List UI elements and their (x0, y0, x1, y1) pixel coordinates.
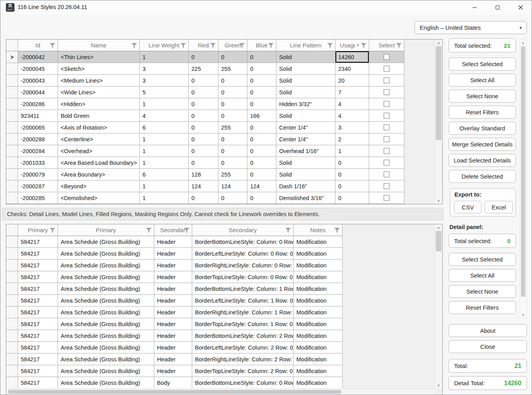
column-header-secondary-type[interactable]: Secondary (154, 224, 192, 236)
cell-select[interactable] (369, 122, 404, 133)
cell-primary[interactable]: Area Schedule (Gross Building) (58, 318, 154, 330)
row-header-cell[interactable] (6, 87, 18, 98)
table-row[interactable]: 584217 Area Schedule (Gross Building) He… (6, 248, 343, 260)
cell-name[interactable]: <Thin Lines> (58, 51, 140, 63)
cell-primary-id[interactable]: 584217 (18, 236, 58, 248)
scroll-up-icon[interactable]: ∧ (520, 40, 526, 46)
detail-select-selected-button[interactable]: Select Selected (449, 253, 516, 266)
select-checkbox[interactable] (384, 171, 390, 177)
cell-notes[interactable]: Modification (294, 377, 343, 389)
filter-icon[interactable] (334, 228, 340, 233)
scrollbar-thumb[interactable] (521, 46, 525, 297)
cell-primary-id[interactable]: 584217 (18, 283, 58, 295)
cell-name[interactable]: Bold Green (58, 110, 140, 122)
column-header-primary[interactable]: Primary (58, 224, 154, 236)
filter-icon[interactable] (132, 43, 137, 48)
cell-line-weight[interactable]: 1 (140, 98, 189, 110)
cell-select[interactable] (369, 157, 404, 169)
row-header-cell[interactable] (6, 307, 18, 318)
cell-select[interactable] (369, 169, 404, 180)
cell-select[interactable] (369, 75, 404, 87)
cell-usage[interactable]: 2340 (335, 63, 369, 75)
cell-primary[interactable]: Area Schedule (Gross Building) (58, 295, 154, 307)
row-header-cell[interactable] (6, 133, 18, 145)
cell-secondary-type[interactable]: Header (154, 271, 192, 283)
cell-primary[interactable]: Area Schedule (Gross Building) (58, 271, 154, 283)
cell-line-weight[interactable]: 6 (140, 122, 189, 133)
filter-icon[interactable] (285, 228, 291, 233)
cell-red[interactable]: 124 (189, 180, 218, 192)
table-row[interactable]: -2000065 <Axis of Rotation> 6 0 255 0 Ce… (6, 122, 404, 133)
filter-icon[interactable] (268, 43, 274, 48)
cell-secondary[interactable]: BorderRightLineStyle: Column: 1 Row: 0 (192, 307, 294, 318)
close-button[interactable]: Close (449, 340, 527, 353)
cell-green[interactable]: 255 (218, 63, 247, 75)
cell-line-weight[interactable]: 1 (140, 51, 189, 63)
cell-red[interactable]: 128 (189, 169, 218, 180)
cell-green[interactable]: 0 (218, 157, 247, 169)
cell-usage[interactable]: 3 (335, 122, 369, 133)
table-row[interactable]: 584217 Area Schedule (Gross Building) He… (6, 295, 343, 307)
cell-select[interactable] (369, 98, 404, 110)
cell-select[interactable] (369, 180, 404, 192)
cell-line-pattern[interactable]: Solid (276, 51, 335, 63)
cell-blue[interactable]: 0 (247, 133, 276, 145)
filter-icon[interactable] (327, 43, 333, 48)
cell-line-pattern[interactable]: Center 1/4" (276, 133, 335, 145)
cell-line-pattern[interactable]: Solid (276, 157, 335, 169)
cell-red[interactable]: 0 (189, 145, 218, 157)
maximize-button[interactable] (489, 0, 507, 14)
cell-primary-id[interactable]: 584217 (18, 248, 58, 260)
sidebar-scrollbar[interactable]: ∧ ∨ (520, 39, 527, 318)
filter-icon[interactable] (50, 228, 55, 233)
filter-icon[interactable] (184, 228, 189, 233)
select-checkbox[interactable] (384, 195, 390, 201)
column-header-secondary[interactable]: Secondary (192, 224, 294, 236)
cell-red[interactable]: 0 (189, 157, 218, 169)
cell-select[interactable] (369, 110, 404, 122)
row-header-cell[interactable] (6, 236, 18, 248)
cell-line-pattern[interactable]: Overhead 1/16" (276, 145, 335, 157)
select-none-button[interactable]: Select None (449, 90, 516, 103)
cell-primary-id[interactable]: 584217 (18, 271, 58, 283)
cell-red[interactable]: 0 (189, 98, 218, 110)
scroll-up-icon[interactable]: ∧ (435, 224, 442, 231)
scrollbar-thumb[interactable] (436, 231, 442, 251)
cell-line-weight[interactable]: 3 (140, 63, 189, 75)
cell-line-pattern[interactable]: Dash 1/16" (276, 180, 335, 192)
cell-name[interactable]: <Overhead> (58, 145, 140, 157)
cell-secondary-type[interactable]: Header (154, 330, 192, 342)
cell-name[interactable]: <Sketch> (58, 63, 140, 75)
cell-line-pattern[interactable]: Hidden 3/32" (276, 98, 335, 110)
load-selected-details-button[interactable]: Load Selected Details (449, 154, 516, 167)
table-row[interactable]: -2001033 <Area Based Load Boundary> 1 0 … (6, 157, 404, 169)
cell-line-weight[interactable]: 1 (140, 180, 189, 192)
cell-secondary-type[interactable]: Header (154, 248, 192, 260)
cell-blue[interactable]: 0 (247, 63, 276, 75)
select-checkbox[interactable] (384, 183, 390, 189)
scroll-down-icon[interactable]: ∨ (435, 382, 442, 388)
cell-secondary[interactable]: BorderTopLineStyle: Column: 2 Row: 0 (192, 365, 294, 377)
cell-secondary-type[interactable]: Header (154, 365, 192, 377)
table-row[interactable]: -2000286 <Hidden> 1 0 0 0 Hidden 3/32" 4 (6, 98, 404, 110)
cell-id[interactable]: -2000285 (18, 192, 58, 204)
line-styles-vertical-scrollbar[interactable]: ∧ ∨ (435, 40, 442, 204)
cell-notes[interactable]: Modification (294, 342, 343, 354)
cell-select[interactable] (369, 192, 404, 204)
row-header-cell[interactable] (6, 157, 18, 169)
cell-primary-id[interactable]: 584217 (18, 318, 58, 330)
select-checkbox[interactable] (384, 66, 390, 72)
row-header-cell[interactable] (6, 342, 18, 354)
about-button[interactable]: About (449, 324, 527, 337)
row-header-cell[interactable] (6, 295, 18, 307)
filter-icon[interactable] (146, 228, 151, 233)
table-row[interactable]: 923411 Bold Green 4 0 0 166 Solid 4 (6, 110, 404, 122)
cell-green[interactable]: 0 (218, 110, 247, 122)
cell-usage[interactable]: 14260 (335, 51, 369, 63)
cell-line-weight[interactable]: 6 (140, 169, 189, 180)
table-row[interactable]: 584217 Area Schedule (Gross Building) He… (6, 283, 343, 295)
cell-secondary-type[interactable]: Header (154, 307, 192, 318)
column-header-red[interactable]: Red (189, 40, 218, 51)
cell-usage[interactable]: 20 (335, 75, 369, 87)
column-header-name[interactable]: Name (58, 40, 140, 51)
